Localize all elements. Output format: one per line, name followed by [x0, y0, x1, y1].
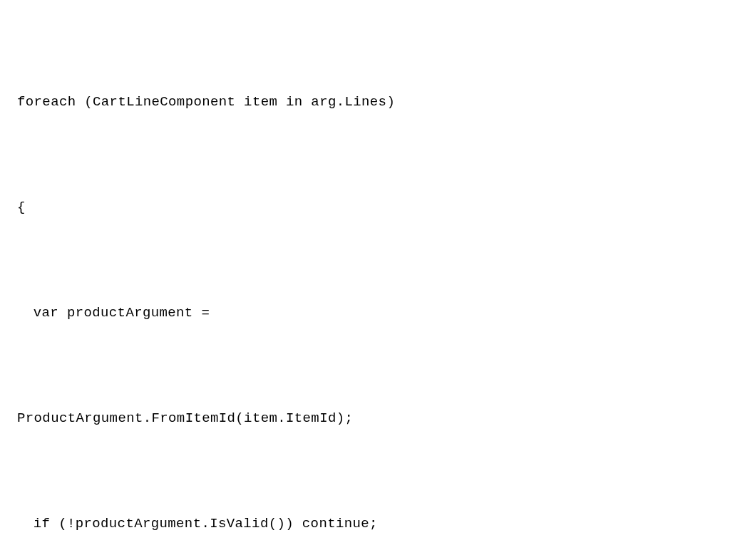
code-line: { [17, 190, 713, 225]
code-block: foreach (CartLineComponent item in arg.L… [17, 14, 713, 560]
code-line: var productArgument = [17, 296, 713, 331]
code-line: if (!productArgument.IsValid()) continue… [17, 507, 713, 541]
code-line: foreach (CartLineComponent item in arg.L… [17, 85, 713, 120]
code-line: ProductArgument.FromItemId(item.ItemId); [17, 401, 713, 436]
